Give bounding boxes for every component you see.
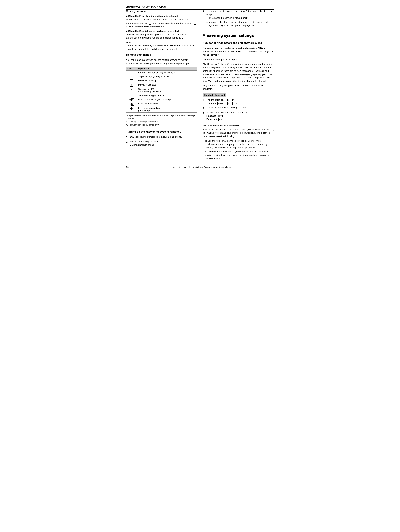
- voice-mail-label: For voice mail service subscribers: [203, 125, 274, 127]
- step-3-bullets: The greeting message is played back.You …: [206, 16, 274, 27]
- table-key-cell: 1: [126, 70, 137, 75]
- table-op-cell: Stop playback*2Start voice guidance*3: [137, 87, 197, 94]
- remote-commands-title: Remote commands: [126, 53, 197, 57]
- rings-step-2: 2 (↕): Select the desired setting. → SAV…: [203, 106, 274, 110]
- turning-on-title: Turning on the answering system remotely: [126, 130, 197, 134]
- step-3-bullet-item: The greeting message is played back.: [206, 16, 274, 20]
- english-header: When the English voice guidance is selec…: [126, 15, 197, 18]
- toll-saver-text: "Toll saver": The unit's answering syste…: [203, 63, 274, 83]
- spanish-header: When the Spanish voice guidance is selec…: [126, 30, 197, 32]
- table-op-cell: Play new messages: [137, 79, 197, 83]
- footer-text: For assistance, please visit http://www.…: [172, 166, 231, 168]
- table-key-cell: 5: [126, 83, 137, 87]
- table-op-cell: Repeat message (during playback)*1: [137, 70, 197, 75]
- spanish-text: To start the voice guidance, press 9 . T…: [126, 33, 197, 40]
- step-2-text: Let the phone ring 15 times.: [130, 140, 159, 143]
- voice-mail-bullet: To use this unit's answering system rath…: [203, 150, 274, 160]
- voice-mail-bullets: To use the voice mail service provided b…: [203, 139, 274, 160]
- remote-commands-desc: You can press dial keys to access certai…: [126, 58, 197, 65]
- left-column: Voice guidance When the English voice gu…: [126, 10, 197, 161]
- table-op-cell: Erase all messages: [137, 102, 197, 106]
- handset-base-label: Handset / Base unit: [203, 93, 226, 97]
- rings-step-1: 1 For line 1: MENU#2111 For line 2: MENU…: [203, 98, 274, 105]
- rings-section-title: Number of rings before the unit answers …: [203, 41, 274, 45]
- rings-step-1-line2: For line 2: MENU#2112: [206, 102, 274, 105]
- rings-default: The default setting is "4 rings".: [203, 58, 274, 61]
- footnotes: *1 If pressed within the first 5 seconds…: [126, 114, 197, 126]
- voice-guidance-title: Voice guidance: [126, 10, 197, 13]
- table-key-cell: 0: [126, 94, 137, 98]
- key-2: 2: [194, 22, 196, 25]
- table-op-cell: End remote operation(or hang up): [137, 106, 197, 112]
- step-2-bullet: A long beep is heard.: [130, 143, 197, 147]
- footnote: *3 For Spanish voice guidance only: [126, 123, 197, 126]
- rings-step-3-sub2: Base unit: EXIT: [206, 118, 274, 121]
- table-key-cell: ★4: [126, 98, 137, 102]
- rings-step-3: 3 Proceed with the operation for your un…: [203, 111, 274, 121]
- page-footer: 60 For assistance, please visit http://w…: [126, 165, 274, 168]
- table-op-cell: Turn answering system off: [137, 94, 197, 98]
- step-1-text: Dial your phone number from a touch-tone…: [130, 135, 197, 139]
- page-number: 60: [126, 166, 129, 168]
- table-key-cell: 2: [126, 75, 137, 79]
- voice-mail-bullet: To use the voice mail service provided b…: [203, 139, 274, 150]
- english-text: During remote operation, the unit's voic…: [126, 18, 197, 28]
- table-op-cell: Play all messages: [137, 83, 197, 87]
- rings-step-3-text: Proceed with the operation for your unit…: [206, 111, 274, 114]
- page-header: Answering System for Landline: [126, 5, 274, 10]
- answering-settings-title: Answering system settings: [203, 33, 274, 39]
- voice-mail-text: If you subscribe to a flat-rate service …: [203, 128, 274, 138]
- footnote: *1 If pressed within the first 5 seconds…: [126, 114, 197, 120]
- header-title: Answering System for Landline: [126, 5, 274, 10]
- table-key-cell: 9: [126, 87, 137, 94]
- program-text: Program this setting using either the ba…: [203, 84, 274, 91]
- footnote: *2 For English voice guidance only: [126, 120, 197, 123]
- step-1: 1 Dial your phone number from a touch-to…: [126, 135, 197, 139]
- table-key-cell: ★#: [126, 106, 137, 112]
- rings-para1: You can change the number of times the p…: [203, 46, 274, 57]
- right-step-list: 3 Enter your remote access code within 1…: [203, 10, 274, 28]
- remote-commands-table: Key Operation 1Repeat message (during pl…: [126, 67, 197, 113]
- table-op-cell: Erase currently playing message: [137, 98, 197, 102]
- rings-steps: 1 For line 1: MENU#2111 For line 2: MENU…: [203, 98, 274, 121]
- step-3-bullet-item: You can either hang up, or enter your re…: [206, 20, 274, 27]
- step-2: 2 Let the phone ring 15 times. A long be…: [126, 140, 197, 147]
- table-key-cell: ★5: [126, 102, 137, 106]
- right-step-3: 3 Enter your remote access code within 1…: [203, 10, 274, 28]
- note-label: Note:: [126, 41, 197, 44]
- table-header-operation: Operation: [137, 67, 197, 70]
- rings-step-1-line1: For line 1: MENU#2111: [206, 98, 274, 102]
- right-column: 3 Enter your remote access code within 1…: [203, 10, 274, 161]
- key-9: 9: [162, 33, 164, 36]
- save-key: SAVE: [241, 106, 248, 109]
- step-3-text: Enter your remote access code within 10 …: [206, 10, 273, 16]
- note-text: If you do not press any dial keys within…: [126, 44, 197, 51]
- rings-step-3-sub1: Handset: OFF: [206, 114, 274, 118]
- table-op-cell: Skip message (during playback): [137, 75, 197, 79]
- table-header-key: Key: [126, 67, 137, 70]
- rings-step-2-text: (↕): Select the desired setting. →: [206, 106, 241, 109]
- turning-on-steps: 1 Dial your phone number from a touch-to…: [126, 135, 197, 147]
- table-key-cell: 4: [126, 79, 137, 83]
- key-1: 1: [149, 22, 151, 25]
